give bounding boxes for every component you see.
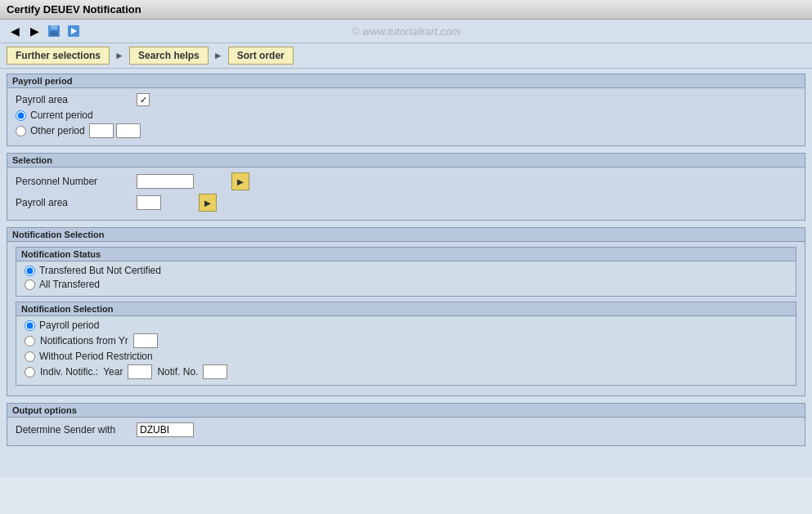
selection-payroll-area-input[interactable]: [137, 195, 161, 210]
svg-rect-2: [50, 31, 58, 36]
indiv-notific-label: Indiv. Notific.:: [40, 366, 98, 378]
payroll-period-body: Payroll area ✓ Current period Other peri…: [7, 88, 805, 145]
notif-no-label: Notif. No.: [157, 366, 198, 378]
notification-selection-body: Notification Status Transfered But Not C…: [7, 242, 805, 396]
year-input[interactable]: [128, 364, 152, 379]
indiv-notific-row: Indiv. Notific.: Year Notif. No.: [25, 364, 787, 379]
selection-payroll-area-row: Payroll area ►: [16, 194, 796, 212]
notifications-from-yr-label: Notifications from Yr: [40, 335, 128, 346]
selection-body: Personnel Number ► Payroll area ►: [7, 168, 805, 220]
notification-selection-header: Notification Selection: [7, 228, 805, 242]
payroll-area-label: Payroll area: [16, 94, 130, 105]
personnel-number-input[interactable]: [137, 174, 194, 189]
selection-header: Selection: [7, 154, 805, 168]
output-options-body: Determine Sender with: [7, 418, 805, 445]
tab-arrow-1: ►: [111, 47, 128, 64]
notification-status-inner-section: Notification Status Transfered But Not C…: [16, 247, 796, 297]
tab-arrow-2: ►: [210, 47, 227, 64]
notifications-from-yr-input[interactable]: [133, 333, 158, 348]
other-period-radio[interactable]: [16, 126, 26, 136]
tab-search-helps[interactable]: Search helps: [129, 47, 209, 65]
period-input-1[interactable]: [89, 123, 114, 138]
payroll-period-section: Payroll period Payroll area ✓ Current pe…: [7, 74, 805, 146]
other-period-label: Other period: [30, 125, 85, 136]
output-options-section: Output options Determine Sender with: [7, 403, 805, 446]
forward-icon[interactable]: ▶: [26, 23, 43, 39]
notifications-from-yr-radio[interactable]: [25, 336, 35, 346]
personnel-number-row: Personnel Number ►: [16, 172, 796, 190]
all-transferred-row: All Transfered: [25, 279, 787, 290]
app-title: Certify DEUEV Notification: [7, 3, 141, 16]
personnel-number-label: Personnel Number: [16, 176, 130, 187]
personnel-number-arrow-btn[interactable]: ►: [231, 172, 249, 190]
save-icon[interactable]: [46, 23, 62, 39]
notification-selection-section: Notification Selection Notification Stat…: [7, 227, 805, 396]
svg-rect-1: [51, 25, 57, 29]
payroll-period-header: Payroll period: [7, 74, 805, 88]
current-period-row: Current period: [16, 110, 796, 121]
current-period-label: Current period: [30, 110, 93, 121]
notif-no-input[interactable]: [203, 364, 227, 379]
back-icon[interactable]: ◀: [7, 23, 23, 39]
payroll-period-radio-row: Payroll period: [25, 320, 787, 331]
determine-sender-label: Determine Sender with: [16, 424, 130, 436]
year-label: Year: [103, 366, 123, 378]
indiv-notific-radio[interactable]: [25, 367, 35, 378]
payroll-area-arrow-btn[interactable]: ►: [199, 194, 217, 212]
transferred-not-certified-label: Transfered But Not Certified: [39, 265, 161, 276]
output-options-header: Output options: [7, 404, 805, 418]
payroll-area-row: Payroll area ✓: [16, 93, 796, 106]
transferred-not-certified-radio[interactable]: [25, 266, 35, 276]
other-period-row: Other period: [16, 123, 796, 138]
selection-section: Selection Personnel Number ► Payroll are…: [7, 153, 805, 221]
notification-status-header: Notification Status: [16, 248, 796, 261]
without-period-restriction-radio[interactable]: [25, 351, 35, 362]
toolbar: ◀ ▶ © www.tutorialkart.com: [0, 20, 812, 43]
determine-sender-row: Determine Sender with: [16, 422, 796, 437]
current-period-radio[interactable]: [16, 110, 26, 121]
transferred-not-certified-row: Transfered But Not Certified: [25, 265, 787, 276]
without-period-restriction-label: Without Period Restriction: [39, 351, 153, 362]
notifications-from-yr-row: Notifications from Yr: [25, 333, 787, 348]
period-inputs: [89, 123, 141, 138]
payroll-period-radio-label: Payroll period: [39, 320, 99, 331]
notification-status-body: Transfered But Not Certified All Transfe…: [16, 261, 796, 296]
all-transferred-radio[interactable]: [25, 279, 35, 290]
execute-icon[interactable]: [65, 23, 82, 39]
notif-sel-inner-header: Notification Selection: [16, 302, 796, 316]
tab-sort-order[interactable]: Sort order: [228, 47, 294, 65]
payroll-period-radio[interactable]: [25, 320, 35, 331]
payroll-area-checkbox[interactable]: ✓: [137, 93, 150, 106]
without-period-restriction-row: Without Period Restriction: [25, 351, 787, 362]
watermark: © www.tutorialkart.com: [352, 25, 460, 38]
determine-sender-input[interactable]: [137, 422, 194, 437]
selection-payroll-area-label: Payroll area: [16, 197, 130, 208]
notification-selection-inner-section: Notification Selection Payroll period No…: [16, 302, 796, 386]
period-input-2[interactable]: [116, 123, 141, 138]
tabs-bar: Further selections ► Search helps ► Sort…: [0, 43, 812, 69]
title-bar: Certify DEUEV Notification: [0, 0, 812, 20]
main-content: Payroll period Payroll area ✓ Current pe…: [0, 69, 812, 477]
notif-sel-inner-body: Payroll period Notifications from Yr Wit…: [16, 316, 796, 385]
tab-further-selections[interactable]: Further selections: [7, 47, 110, 65]
all-transferred-label: All Transfered: [39, 279, 100, 290]
